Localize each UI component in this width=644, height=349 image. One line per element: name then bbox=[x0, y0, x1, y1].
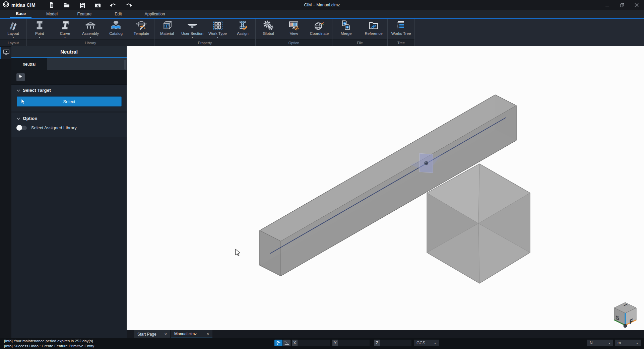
ribbon-item-curve[interactable]: Curve ▾ bbox=[52, 19, 78, 39]
ribbon-item-work-type[interactable]: Work Type ▾ bbox=[205, 19, 230, 39]
ribbon-group-label: Tree bbox=[388, 39, 414, 46]
open-file-button[interactable] bbox=[60, 0, 74, 10]
snap-point-toggle-button[interactable] bbox=[274, 340, 282, 346]
ribbon-item-assign[interactable]: Assign bbox=[230, 19, 255, 39]
ribbon-item-label: Merge bbox=[341, 31, 352, 36]
ribbon-item-label: Material bbox=[160, 31, 174, 36]
chevron-down-icon[interactable] bbox=[17, 88, 20, 93]
ribbon-item-template[interactable]: Template bbox=[129, 19, 154, 39]
scene-svg: T S F bbox=[127, 46, 644, 330]
curve-icon bbox=[59, 19, 71, 31]
tab-neutral[interactable]: neutral bbox=[11, 58, 47, 70]
material-icon bbox=[161, 19, 173, 31]
ribbon-item-coordinate[interactable]: Coordinate bbox=[307, 19, 332, 39]
ribbon-item-assembly[interactable]: Assembly ▾ bbox=[78, 19, 103, 39]
midas-cim-window: midas CIM CIM – Manual.cimz bbox=[0, 0, 644, 349]
select-cursor-tool-button[interactable] bbox=[16, 73, 25, 81]
undo-button[interactable] bbox=[107, 0, 120, 10]
ribbon-item-merge[interactable]: Merge bbox=[332, 19, 360, 39]
save-file-button[interactable] bbox=[76, 0, 89, 10]
ribbon-group-layout: Layout ▾ Layout bbox=[0, 19, 27, 46]
status-message-2: [Info] Success Undo : Create Feature Pri… bbox=[4, 344, 94, 348]
y-coordinate-input[interactable] bbox=[338, 340, 370, 346]
ribbon-group-property: Material User Section ▾ Work Type ▾ bbox=[154, 19, 256, 46]
ribbon-item-label: Works Tree bbox=[391, 31, 411, 36]
toggle-knob bbox=[16, 125, 22, 131]
menu-tab-application[interactable]: Application bbox=[139, 10, 171, 18]
nav-view-cube[interactable]: T S F bbox=[614, 302, 636, 328]
angle-icon bbox=[284, 341, 289, 345]
works-tree-icon bbox=[395, 19, 407, 31]
y-coordinate-label: Y bbox=[332, 340, 338, 346]
doc-tab-start-page[interactable]: Start Page × bbox=[134, 330, 170, 338]
viewport-3d[interactable]: T S F bbox=[127, 46, 644, 330]
ribbon-group-library: Point ▾ Curve ▾ Assembly ▾ bbox=[27, 19, 154, 46]
coordinate-system-dropdown[interactable]: GCS ▲ bbox=[414, 340, 439, 346]
ribbon-item-label: Coordinate bbox=[310, 31, 329, 36]
ribbon-item-label: Global bbox=[263, 31, 274, 36]
ribbon-item-view[interactable]: View bbox=[281, 19, 307, 39]
length-unit-value: m bbox=[618, 341, 621, 345]
app-name: midas CIM bbox=[11, 2, 36, 8]
x-coordinate-label: X bbox=[292, 340, 298, 346]
dropdown-up-arrow-icon: ▲ bbox=[434, 342, 436, 344]
z-coordinate-input[interactable] bbox=[380, 340, 411, 346]
work-type-icon bbox=[212, 19, 224, 31]
ribbon-item-label: Point bbox=[35, 31, 44, 36]
ribbon-item-label: Layout bbox=[7, 31, 19, 36]
menu-tab-base[interactable]: Base bbox=[10, 10, 31, 18]
monitor-icon bbox=[3, 50, 9, 56]
ribbon-item-catalog[interactable]: Catalog bbox=[103, 19, 129, 39]
ribbon-item-user-section[interactable]: User Section ▾ bbox=[180, 19, 205, 39]
select-assigned-library-toggle[interactable] bbox=[17, 126, 27, 130]
snap-point-icon bbox=[276, 341, 281, 345]
doc-tab-manual-cimz[interactable]: Manual.cimz × bbox=[171, 330, 212, 338]
close-tab-icon[interactable]: × bbox=[164, 332, 167, 337]
ribbon-item-reference[interactable]: Reference bbox=[360, 19, 387, 39]
ribbon-group-label: Option bbox=[256, 39, 332, 46]
dropdown-arrow-icon: ▾ bbox=[39, 36, 40, 39]
ribbon-item-global[interactable]: Global bbox=[256, 19, 281, 39]
panel-selector-button[interactable] bbox=[0, 47, 11, 59]
ribbon-item-label: Template bbox=[134, 31, 149, 36]
length-unit-dropdown[interactable]: m ▲ bbox=[615, 340, 641, 346]
close-tab-icon[interactable]: × bbox=[206, 331, 209, 336]
coordinate-icon bbox=[313, 19, 325, 31]
force-unit-value: N bbox=[590, 341, 593, 345]
menu-tab-feature[interactable]: Feature bbox=[72, 10, 97, 18]
force-unit-dropdown[interactable]: N ▲ bbox=[587, 340, 613, 346]
redo-button[interactable] bbox=[122, 0, 135, 10]
dropdown-up-arrow-icon: ▲ bbox=[636, 342, 638, 344]
point-icon bbox=[34, 19, 46, 31]
close-file-button[interactable] bbox=[91, 0, 105, 10]
ribbon-group-label: Library bbox=[27, 39, 154, 46]
ribbon-item-label: Reference bbox=[365, 31, 382, 36]
select-target-section: Select Target Select bbox=[11, 85, 127, 111]
chevron-down-icon[interactable] bbox=[17, 116, 20, 121]
new-file-button[interactable] bbox=[45, 0, 58, 10]
x-coordinate-input[interactable] bbox=[298, 340, 330, 346]
midas-logo-icon bbox=[3, 1, 9, 9]
close-window-button[interactable] bbox=[629, 0, 644, 10]
ribbon-item-layout[interactable]: Layout ▾ bbox=[0, 19, 26, 39]
angle-snap-button[interactable] bbox=[283, 340, 291, 346]
panel-splitter-grip[interactable] bbox=[124, 60, 126, 70]
status-message-1: [Info] Your maintenance period expires i… bbox=[4, 339, 94, 343]
status-bar: [Info] Your maintenance period expires i… bbox=[0, 338, 644, 349]
menu-tab-edit[interactable]: Edit bbox=[108, 10, 129, 18]
panel-toolbar bbox=[11, 70, 127, 85]
menu-tab-model[interactable]: Model bbox=[40, 10, 64, 18]
cursor-arrow-icon bbox=[19, 74, 23, 80]
ribbon-item-material[interactable]: Material bbox=[154, 19, 180, 39]
nav-cube-front-label: F bbox=[629, 317, 633, 326]
ribbon-item-point[interactable]: Point ▾ bbox=[27, 19, 52, 39]
document-tab-bar: Start Page × Manual.cimz × bbox=[127, 330, 644, 338]
ribbon-item-label: Catalog bbox=[109, 31, 123, 36]
ribbon-group-option: Global View Coordinate Option bbox=[256, 19, 332, 46]
ribbon-item-works-tree[interactable]: Works Tree bbox=[388, 19, 414, 39]
select-button[interactable]: Select bbox=[17, 96, 122, 107]
minimize-button[interactable] bbox=[600, 0, 615, 10]
restore-button[interactable] bbox=[615, 0, 629, 10]
toggle-label: Select Assigned Library bbox=[31, 125, 77, 130]
beam-midpoint-node[interactable] bbox=[425, 161, 428, 165]
